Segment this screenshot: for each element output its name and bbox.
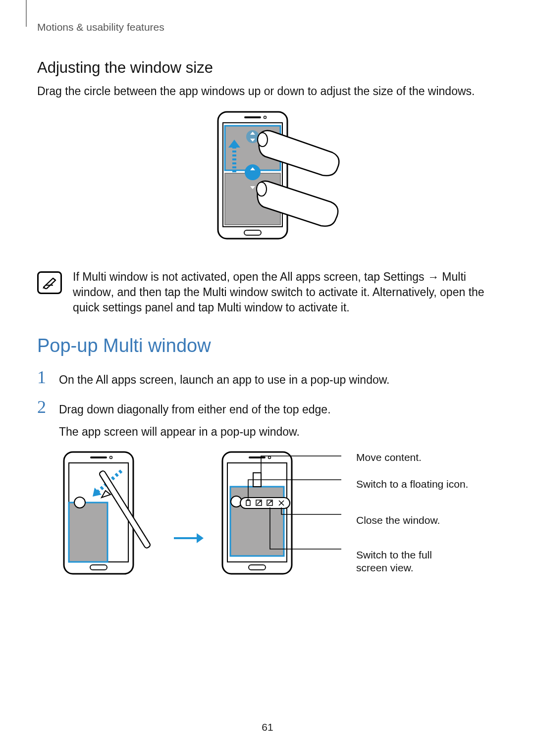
illustration-right-phone [218, 450, 342, 579]
illustration-resize-window [37, 110, 498, 255]
step-num-2: 2 [37, 398, 50, 441]
illustration-popup-multi-window: Move content. Switch to a floating icon.… [60, 450, 498, 579]
svg-rect-2 [244, 116, 261, 118]
svg-point-11 [257, 182, 267, 196]
note-part-0: If Multi window is not activated, open t… [73, 270, 383, 283]
breadcrumb: Motions & usability features [37, 21, 498, 33]
page-content: Motions & usability features Adjusting t… [0, 0, 535, 756]
note-kw-multi-window-3: Multi window [217, 301, 283, 314]
svg-point-19 [74, 497, 85, 508]
callout-close-window: Close the window. [356, 514, 468, 527]
step-2: 2 Drag down diagonally from either end o… [37, 398, 498, 441]
callout-full-screen: Switch to the full screen view. [356, 549, 460, 575]
note-part-8: to activate it. [282, 301, 350, 314]
step-1: 1 On the All apps screen, launch an app … [37, 368, 498, 389]
step-num-1: 1 [37, 368, 50, 389]
section-heading-popup-multi-window: Pop-up Multi window [37, 335, 498, 356]
svg-rect-25 [249, 456, 266, 458]
step-body-1: On the All apps screen, launch an app to… [59, 368, 389, 389]
svg-point-10 [258, 133, 268, 147]
body-adjusting-window-size: Drag the circle between the app windows … [37, 84, 498, 99]
step-2-text2: The app screen will appear in a pop-up w… [59, 423, 331, 441]
note-kw-multi-window-2: Multi window [203, 286, 268, 299]
note-kw-settings: Settings [383, 270, 424, 283]
svg-rect-18 [69, 503, 107, 562]
subheading-adjusting-window-size: Adjusting the window size [37, 59, 498, 77]
note-text: If Multi window is not activated, open t… [73, 269, 498, 315]
svg-point-7 [245, 164, 261, 180]
note-part-4: , and then tap the [111, 286, 203, 299]
illustration-left-phone [60, 450, 159, 579]
note-block: If Multi window is not activated, open t… [37, 269, 498, 315]
arrow-icon [173, 481, 205, 548]
page-number: 61 [0, 721, 535, 733]
svg-rect-15 [90, 456, 107, 458]
step-2-text: Drag down diagonally from either end of … [59, 403, 331, 416]
callout-floating-icon: Switch to a floating icon. [356, 478, 468, 491]
note-icon [37, 271, 62, 294]
step-body-2: Drag down diagonally from either end of … [59, 398, 331, 441]
callout-move-content: Move content. [356, 451, 468, 464]
page-tab-mark [26, 0, 27, 27]
callout-list: Move content. Switch to a floating icon.… [356, 450, 468, 574]
note-part-2: → [425, 270, 442, 283]
